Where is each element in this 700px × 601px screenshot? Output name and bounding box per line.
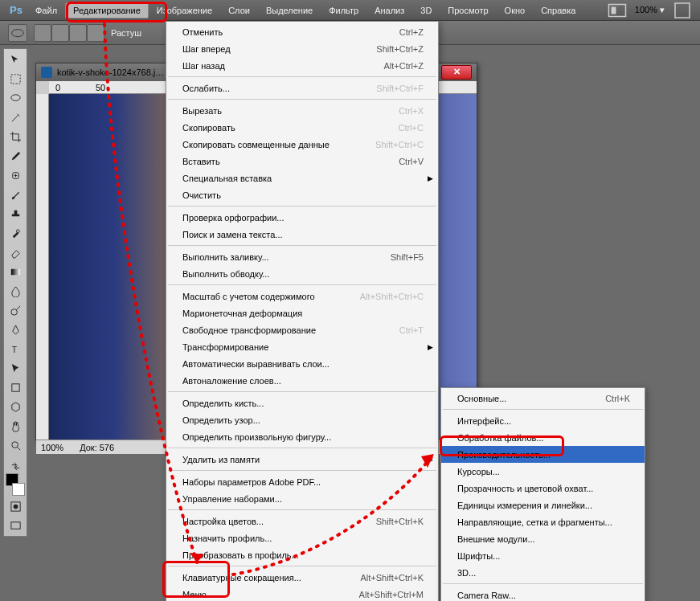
menu-item[interactable]: Преобразовать в профиль... [166, 546, 438, 563]
marquee-tool-icon[interactable] [6, 70, 25, 88]
menu-view[interactable]: Просмотр [440, 2, 496, 18]
3d-tool-icon[interactable] [6, 398, 25, 415]
menu-layers[interactable]: Слои [220, 2, 258, 18]
menu-item[interactable]: Курсоры... [441, 463, 645, 480]
menu-item[interactable]: Управление наборами... [166, 490, 438, 507]
menu-item: Определить узор... [166, 411, 438, 428]
status-zoom[interactable]: 100% [41, 443, 63, 452]
menu-item-label: Шрифты... [457, 551, 630, 561]
menu-item[interactable]: Единицы измерения и линейки... [441, 497, 645, 513]
menu-item-label: Производительность... [457, 450, 630, 460]
eyedropper-tool-icon[interactable] [6, 147, 25, 165]
gradient-tool-icon[interactable] [6, 263, 25, 280]
svg-point-9 [10, 309, 17, 315]
menu-item[interactable]: Настройка цветов...Shift+Ctrl+K [166, 513, 438, 529]
menu-window[interactable]: Окно [497, 2, 534, 18]
eraser-tool-icon[interactable] [6, 243, 25, 261]
menu-item[interactable]: Обработка файлов... [441, 429, 645, 446]
window-controls-icon[interactable] [673, 3, 692, 18]
status-docsize[interactable]: Док: 576 [80, 443, 114, 452]
menu-item[interactable]: Специальная вставка▶ [166, 170, 438, 186]
heal-tool-icon[interactable] [6, 166, 25, 184]
ruler-vertical[interactable] [36, 94, 49, 440]
hand-tool-icon[interactable] [6, 417, 25, 435]
pen-tool-icon[interactable] [6, 321, 25, 338]
menu-item[interactable]: Клавиатурные сокращения...Alt+Shift+Ctrl… [166, 569, 438, 586]
menu-item-label: Вставить [182, 157, 399, 166]
menu-item: Скопировать совмещенные данныеShift+Ctrl… [166, 136, 438, 153]
screenmode-icon[interactable] [6, 517, 25, 534]
menu-help[interactable]: Справка [533, 2, 583, 18]
menu-item-label: Определить кисть... [182, 399, 424, 408]
quickmask-icon[interactable] [6, 497, 25, 515]
menu-item[interactable]: Шрифты... [441, 547, 645, 564]
wand-tool-icon[interactable] [6, 108, 25, 126]
svg-rect-4 [10, 74, 19, 83]
blur-tool-icon[interactable] [6, 282, 25, 300]
selection-intersect-icon[interactable] [87, 24, 104, 42]
menu-edit[interactable]: Редактирование [65, 2, 149, 18]
menu-item[interactable]: ВставитьCtrl+V [166, 153, 438, 170]
menu-file[interactable]: Файл [27, 2, 65, 18]
swap-colors-icon[interactable] [6, 460, 25, 472]
menu-item[interactable]: Шаг впередShift+Ctrl+Z [166, 40, 438, 57]
zoom-tool-icon[interactable] [6, 436, 25, 454]
menu-item[interactable]: ОтменитьCtrl+Z [166, 23, 438, 40]
dodge-tool-icon[interactable] [6, 301, 25, 319]
menu-item[interactable]: Наборы параметров Adobe PDF... [166, 473, 438, 490]
menu-item[interactable]: 3D... [441, 564, 645, 581]
brush-tool-icon[interactable] [6, 186, 25, 203]
menu-item[interactable]: Назначить профиль... [166, 529, 438, 546]
svg-rect-2 [675, 3, 690, 18]
menu-item: Масштаб с учетом содержимогоAlt+Shift+Ct… [166, 288, 438, 305]
menu-image[interactable]: Изображение [149, 2, 220, 18]
svg-point-14 [13, 504, 18, 509]
background-color-swatch[interactable] [12, 483, 25, 496]
menu-item-label: Трансформирование [182, 342, 424, 352]
submenu-arrow-icon: ▶ [428, 174, 433, 182]
menu-item[interactable]: Направляющие, сетка и фрагменты... [441, 513, 645, 530]
menu-item[interactable]: Внешние модули... [441, 530, 645, 547]
zoom-display[interactable]: 100% ▾ [630, 5, 669, 15]
menu-item[interactable]: Производительность... [441, 446, 645, 463]
menu-item: Поиск и замена текста... [166, 226, 438, 243]
close-button[interactable]: ✕ [441, 65, 472, 80]
menu-item[interactable]: Прозрачность и цветовой охват... [441, 480, 645, 497]
menu-item-shortcut: Ctrl+V [399, 157, 424, 166]
menu-item-label: Прозрачность и цветовой охват... [457, 484, 630, 493]
menu-item-label: Масштаб с учетом содержимого [182, 292, 360, 301]
document-title: kotik-v-shoke-1024x768.j… [57, 67, 164, 77]
menu-filter[interactable]: Фильтр [321, 2, 366, 18]
menu-item[interactable]: Выполнить заливку...Shift+F5 [166, 248, 438, 265]
shape-tool-icon[interactable] [6, 378, 25, 396]
crop-tool-icon[interactable] [6, 128, 25, 145]
selection-add-icon[interactable] [51, 24, 69, 42]
selection-new-icon[interactable] [34, 24, 51, 42]
main-menubar: Ps Файл Редактирование Изображение Слои … [0, 0, 700, 21]
toolbox: T [3, 48, 27, 537]
move-tool-icon[interactable] [6, 51, 25, 68]
menu-item-label: 3D... [457, 568, 630, 578]
menu-item[interactable]: Меню...Alt+Shift+Ctrl+M [166, 586, 438, 601]
ruler-tick: 0 [55, 83, 60, 92]
menu-item: Автоналожение слоев... [166, 372, 438, 389]
menu-item[interactable]: Основные...Ctrl+K [441, 390, 645, 407]
workspace-switcher-icon[interactable] [608, 3, 627, 18]
tool-preset-icon[interactable] [8, 24, 27, 42]
menu-item-label: Скопировать совмещенные данные [182, 140, 375, 149]
stamp-tool-icon[interactable] [6, 205, 25, 223]
menu-item[interactable]: Интерфейс... [441, 412, 645, 429]
menu-analysis[interactable]: Анализ [366, 2, 412, 18]
menu-3d[interactable]: 3D [412, 2, 440, 18]
menu-select[interactable]: Выделение [258, 2, 321, 18]
type-tool-icon[interactable]: T [6, 340, 25, 358]
lasso-tool-icon[interactable] [6, 89, 25, 107]
menu-item[interactable]: Camera Raw... [441, 587, 645, 601]
menu-item: Трансформирование▶ [166, 338, 438, 355]
history-brush-tool-icon[interactable] [6, 224, 25, 242]
menu-item: Очистить [166, 186, 438, 203]
selection-subtract-icon[interactable] [69, 24, 87, 42]
path-select-tool-icon[interactable] [6, 359, 25, 377]
menu-item-label: Назначить профиль... [182, 534, 424, 543]
menu-item[interactable]: Шаг назадAlt+Ctrl+Z [166, 57, 438, 74]
